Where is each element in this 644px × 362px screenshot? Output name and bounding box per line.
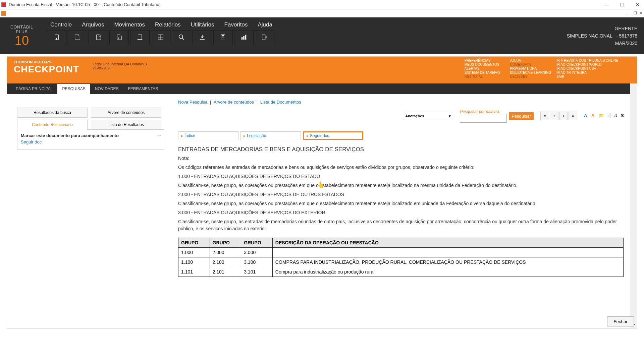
- periodo-label: MAR/2020: [615, 41, 637, 46]
- docnav-seguir[interactable]: ▸Seguir doc.: [303, 131, 363, 140]
- link-tr-integra[interactable]: IR AO TR INTEGRA: [556, 71, 624, 74]
- svg-rect-12: [222, 35, 224, 37]
- brand-number: 10: [15, 34, 29, 47]
- doc-nota: Nota:: [178, 155, 624, 162]
- toolbar-btn-1[interactable]: [47, 30, 66, 44]
- link-rt-online[interactable]: IR À REVISTA DOS TRIBUNAIS ONLINE: [556, 59, 624, 62]
- titlebar: Domínio Escrita Fiscal - Versão: 10.1C-0…: [0, 0, 644, 9]
- toolbar-btn-4[interactable]: $: [109, 30, 129, 44]
- maximize-button[interactable]: ☐: [617, 1, 627, 9]
- search-input[interactable]: [460, 114, 507, 123]
- print-icon[interactable]: 🖨: [613, 113, 620, 119]
- link-primeira-hora[interactable]: PRIMEIRA HORA: [510, 67, 551, 70]
- toolbar-calculator-icon[interactable]: [213, 30, 233, 44]
- th-0: GRUPO: [178, 238, 210, 248]
- svg-point-14: [223, 37, 223, 38]
- svg-point-8: [179, 35, 183, 39]
- menubar: CONTÁBIL PLUS 10 Controle Arquivos Movim…: [0, 17, 644, 54]
- link-elearning[interactable]: BIBLIOTECA E-LEARNING: [510, 71, 551, 74]
- side-tab-arvore[interactable]: Árvore de conteúdos: [91, 108, 161, 118]
- toolbar-exit-icon[interactable]: [255, 30, 274, 44]
- menu-arquivos[interactable]: Arquivos: [82, 21, 104, 28]
- table-row: 1.100 2.100 3.100 COMPRAS PARA INDUSTRIA…: [178, 257, 624, 267]
- mdi-icon: [1, 11, 6, 16]
- mdi-minimize-icon[interactable]: —: [627, 11, 631, 15]
- link-alertas[interactable]: ALERTAS: [465, 67, 505, 70]
- collapse-icon[interactable]: ︿: [157, 132, 162, 138]
- cp-meta1: Legal One Internal QA Dominio 3: [93, 62, 147, 66]
- toolbar-download-icon[interactable]: [193, 30, 212, 44]
- menu-controle[interactable]: Controle: [50, 21, 72, 28]
- toolbar-btn-3[interactable]: [89, 30, 108, 44]
- link-comexdata[interactable]: COMEXDATA: [510, 63, 551, 66]
- minimize-button[interactable]: —: [602, 1, 612, 9]
- side-tab-resultados[interactable]: Resultados da busca: [17, 108, 88, 118]
- link-meus-docs[interactable]: MEUS DOCUMENTOS: [465, 63, 505, 66]
- tab-pagina-principal[interactable]: PÁGINA PRINCIPAL: [11, 84, 57, 94]
- app-icon: [1, 2, 6, 7]
- pager-first[interactable]: «: [540, 112, 549, 120]
- doc-g3: 3.000 - ENTRADAS OU AQUISIÇÕES DE SERVIÇ…: [178, 209, 624, 216]
- link-cp-usa[interactable]: IR AO CHECKPOINT USA: [556, 67, 624, 70]
- menu-relatorios[interactable]: Relatórios: [155, 21, 181, 28]
- menu-ajuda[interactable]: Ajuda: [258, 21, 272, 28]
- svg-point-15: [224, 37, 224, 38]
- toolbar-btn-5[interactable]: [130, 30, 150, 44]
- pager-last[interactable]: »: [569, 112, 577, 120]
- link-cp-world[interactable]: IR AO CHECKPOINT WORLD: [556, 63, 624, 66]
- link-sistema-tarefas[interactable]: SISTEMA DE TAREFAS: [465, 71, 505, 74]
- menu-utilitarios[interactable]: Utilitários: [191, 21, 214, 28]
- side-panel: ︿ Marcar este documento para acompanhame…: [17, 129, 164, 149]
- close-button[interactable]: ✕: [633, 1, 643, 9]
- side-tab-conteudo[interactable]: Conteúdo Relacionado: [17, 120, 88, 130]
- brand-line1: CONTÁBIL: [10, 25, 33, 29]
- docnav-legislacao[interactable]: ▸Legislação: [240, 131, 301, 140]
- pager-next[interactable]: ›: [559, 112, 568, 120]
- side-tab-lista[interactable]: Lista de Resultados: [91, 120, 161, 130]
- doc-tool-icons: A A 📁 📄 🖨 ✉: [584, 113, 627, 119]
- cp-sidebar: Resultados da busca Árvore de conteúdos …: [7, 94, 168, 328]
- font-increase-icon[interactable]: A: [584, 113, 590, 119]
- tab-pesquisas[interactable]: PESQUISAS: [57, 84, 90, 94]
- empresa-label: - 5617878: [616, 33, 637, 39]
- search-button[interactable]: Pesquisar: [509, 112, 534, 120]
- th-3: DESCRIÇÃO DA OPERAÇÃO OU PRESTAÇÃO: [272, 238, 623, 248]
- tab-ferramentas[interactable]: FERRAMENTAS: [123, 84, 163, 94]
- folder-icon[interactable]: 📁: [599, 113, 605, 119]
- bc-lista[interactable]: Lista de Documentos: [260, 100, 301, 105]
- menu-movimentos[interactable]: Movimentos: [114, 21, 145, 28]
- link-ajuda[interactable]: AJUDA: [510, 59, 551, 62]
- mdi-restore-icon[interactable]: ❐: [634, 11, 637, 15]
- doc-g1d: Classificam-se, neste grupo, as operaçõe…: [178, 182, 624, 189]
- table-row: 1.000 2.000 3.000: [178, 248, 624, 257]
- fechar-button[interactable]: Fechar: [607, 316, 634, 326]
- cp-brand-top: THOMSON REUTERS: [14, 60, 79, 64]
- svg-rect-4: [138, 39, 143, 40]
- link-decisoes[interactable]: DECISÕES: [510, 75, 551, 78]
- toolbar-btn-6[interactable]: [151, 30, 170, 44]
- link-rss[interactable]: RSS TOTAL: [465, 75, 505, 78]
- seguir-doc-link[interactable]: Seguir doc: [21, 139, 160, 144]
- toolbar-search-icon[interactable]: [172, 30, 191, 44]
- brand-logo: CONTÁBIL PLUS 10: [0, 17, 44, 54]
- link-sair[interactable]: SAIR: [556, 75, 624, 78]
- mdi-close-icon[interactable]: ✕: [640, 11, 643, 15]
- font-decrease-icon[interactable]: A: [591, 113, 597, 119]
- tab-novidades[interactable]: NOVIDADES: [90, 84, 123, 94]
- document-view[interactable]: ENTRADAS DE MERCADORIAS E BENS E AQUISIÇ…: [178, 146, 627, 287]
- docnav-indice[interactable]: ▸Índice: [178, 131, 238, 140]
- bc-arvore[interactable]: Árvore de conteúdos: [214, 100, 254, 105]
- toolbar-btn-2[interactable]: [68, 30, 87, 44]
- breadcrumb: Nova Pesquisa | Árvore de conteúdos | Li…: [178, 100, 627, 105]
- mail-icon[interactable]: ✉: [621, 113, 627, 119]
- doc-table: GRUPO GRUPO GRUPO DESCRIÇÃO DA OPERAÇÃO …: [178, 238, 624, 277]
- toolbar-chart-icon[interactable]: [234, 30, 254, 44]
- bc-nova[interactable]: Nova Pesquisa: [178, 100, 207, 105]
- menu-favoritos[interactable]: Favoritos: [224, 21, 248, 28]
- link-preferencias[interactable]: PREFERÊNCIAS: [465, 59, 505, 62]
- pager-prev[interactable]: ‹: [550, 112, 558, 120]
- copy-icon[interactable]: 📄: [606, 113, 612, 119]
- anotacoes-dropdown[interactable]: Anotações ▾: [403, 112, 453, 120]
- dropdown-icon: ▾: [449, 114, 451, 118]
- svg-rect-18: [245, 35, 247, 40]
